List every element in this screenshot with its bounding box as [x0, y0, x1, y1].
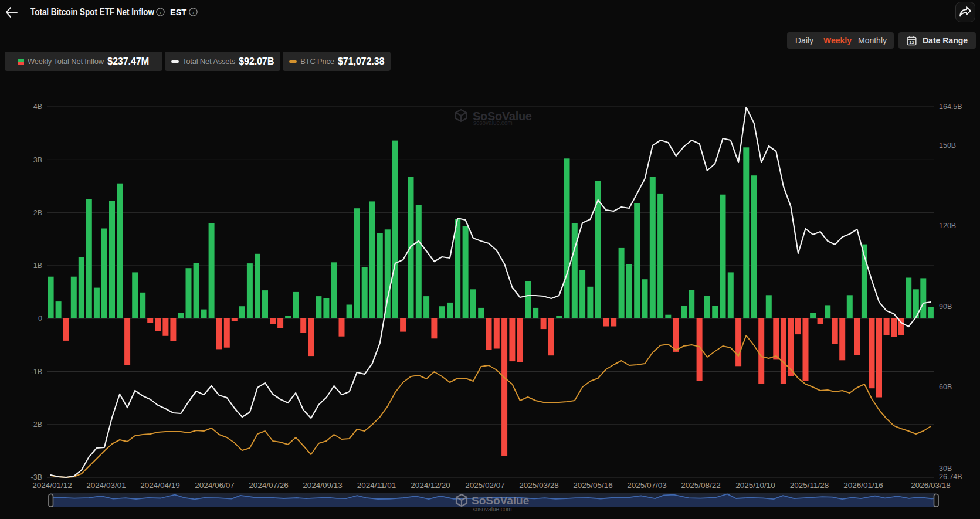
svg-text:2024/12/20: 2024/12/20 [411, 481, 450, 490]
svg-text:2024/06/07: 2024/06/07 [195, 481, 235, 490]
svg-text:2024/09/13: 2024/09/13 [303, 481, 343, 490]
svg-text:2024/01/12: 2024/01/12 [32, 481, 72, 490]
svg-text:3B: 3B [33, 156, 42, 164]
svg-text:2025/10/10: 2025/10/10 [735, 481, 775, 490]
svg-text:-1B: -1B [31, 368, 42, 376]
svg-text:1B: 1B [33, 262, 42, 270]
svg-text:sosovalue.com: sosovalue.com [473, 120, 513, 126]
svg-text:SoSoValue: SoSoValue [472, 494, 529, 507]
svg-text:2025/02/07: 2025/02/07 [465, 481, 505, 490]
svg-text:0: 0 [38, 314, 42, 323]
svg-text:2025/11/28: 2025/11/28 [790, 481, 829, 490]
svg-text:2024/03/01: 2024/03/01 [86, 481, 126, 490]
svg-text:2025/08/22: 2025/08/22 [681, 481, 721, 490]
svg-text:2025/07/03: 2025/07/03 [627, 481, 667, 490]
svg-text:2025/05/16: 2025/05/16 [573, 481, 613, 490]
svg-text:4B: 4B [33, 103, 42, 111]
svg-text:150B: 150B [939, 141, 956, 150]
svg-text:2025/03/28: 2025/03/28 [519, 481, 559, 490]
svg-text:2024/07/26: 2024/07/26 [249, 481, 289, 490]
svg-text:2B: 2B [33, 209, 42, 217]
svg-text:2024/11/01: 2024/11/01 [357, 481, 396, 490]
svg-text:60B: 60B [939, 383, 952, 391]
svg-text:2024/04/19: 2024/04/19 [140, 481, 180, 490]
svg-text:-2B: -2B [31, 420, 42, 429]
svg-text:164.5B: 164.5B [939, 103, 962, 111]
svg-text:30B: 30B [939, 464, 952, 473]
svg-text:120B: 120B [939, 222, 956, 230]
svg-text:sosovalue.com: sosovalue.com [473, 506, 512, 513]
svg-text:2026/03/18: 2026/03/18 [911, 481, 951, 490]
svg-text:2026/01/16: 2026/01/16 [843, 481, 883, 490]
svg-text:26.74B: 26.74B [939, 473, 962, 481]
svg-text:90B: 90B [939, 303, 952, 311]
